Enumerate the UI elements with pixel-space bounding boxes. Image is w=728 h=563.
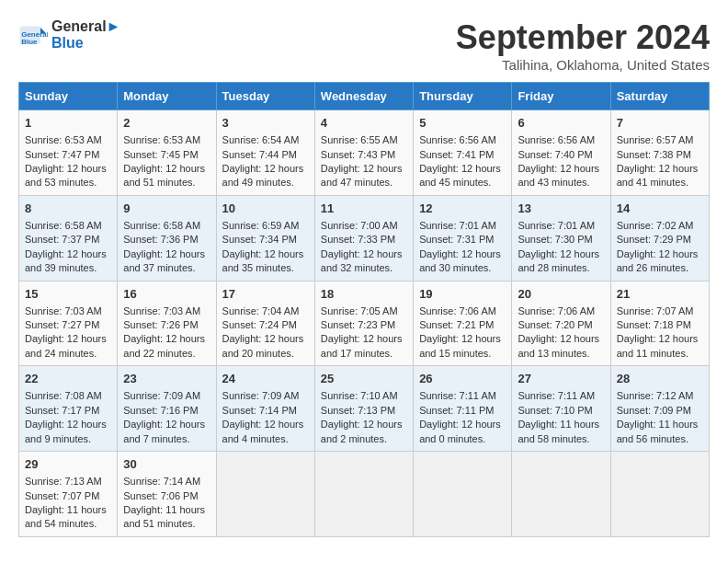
day-info-line: Sunset: 7:23 PM [321,318,407,332]
calendar-cell: 4Sunrise: 6:55 AMSunset: 7:43 PMDaylight… [314,110,413,196]
day-info-line: and 32 minutes. [321,261,407,275]
day-info-line: Sunset: 7:09 PM [617,404,703,418]
day-info-line: Sunset: 7:43 PM [321,148,407,162]
calendar-cell [610,452,709,537]
day-info-line: Daylight: 12 hours [222,418,309,431]
day-info-line: Sunset: 7:27 PM [25,318,111,332]
title-block: September 2024 Talihina, Oklahoma, Unite… [456,18,710,73]
day-info-line: Daylight: 12 hours [518,332,604,346]
calendar-cell: 6Sunrise: 6:56 AMSunset: 7:40 PMDaylight… [512,110,610,196]
day-number: 4 [321,115,407,132]
day-info-line: Sunrise: 7:04 AM [222,304,309,318]
day-info-line: and 26 minutes. [617,261,703,275]
day-number: 9 [123,201,210,217]
day-info-line: Sunset: 7:38 PM [617,148,703,162]
day-info-line: and 51 minutes. [123,176,210,190]
calendar-cell: 7Sunrise: 6:57 AMSunset: 7:38 PMDaylight… [610,110,709,196]
calendar-cell: 29Sunrise: 7:13 AMSunset: 7:07 PMDayligh… [19,452,118,537]
calendar-cell: 15Sunrise: 7:03 AMSunset: 7:27 PMDayligh… [19,281,118,366]
calendar-cell: 13Sunrise: 7:01 AMSunset: 7:30 PMDayligh… [512,195,610,281]
day-number: 29 [25,456,111,473]
day-number: 16 [123,286,210,303]
day-info-line: Daylight: 11 hours [123,503,210,517]
day-info-line: and 15 minutes. [419,347,506,361]
day-info-line: Sunrise: 7:06 AM [419,304,506,318]
day-info-line: Daylight: 12 hours [25,332,111,346]
calendar-cell [512,452,610,537]
day-info-line: and 54 minutes. [25,517,111,531]
calendar-table: SundayMondayTuesdayWednesdayThursdayFrid… [18,82,710,537]
day-info-line: Sunrise: 6:53 AM [25,133,111,147]
day-info-line: and 28 minutes. [518,261,604,275]
day-info-line: Daylight: 11 hours [617,418,703,431]
day-info-line: Daylight: 11 hours [25,503,111,517]
day-info-line: Sunset: 7:13 PM [321,404,407,418]
calendar-cell: 30Sunrise: 7:14 AMSunset: 7:06 PMDayligh… [118,452,216,537]
day-info-line: Sunset: 7:26 PM [123,318,210,332]
calendar-week-row: 15Sunrise: 7:03 AMSunset: 7:27 PMDayligh… [19,281,710,366]
day-info-line: Sunset: 7:11 PM [419,404,506,418]
day-number: 8 [25,201,111,217]
day-info-line: and 51 minutes. [123,517,210,531]
calendar-cell: 22Sunrise: 7:08 AMSunset: 7:17 PMDayligh… [19,366,118,452]
calendar-cell [414,452,512,537]
day-info-line: Daylight: 12 hours [123,247,210,261]
day-info-line: Daylight: 12 hours [123,418,210,431]
day-info-line: Sunset: 7:29 PM [617,233,703,247]
day-info-line: Sunrise: 7:06 AM [518,304,604,318]
calendar-body: 1Sunrise: 6:53 AMSunset: 7:47 PMDaylight… [19,110,710,537]
day-number: 19 [419,286,506,303]
day-info-line: Sunset: 7:31 PM [419,233,506,247]
day-number: 30 [123,456,210,473]
svg-text:Blue: Blue [21,37,38,45]
day-number: 21 [617,286,703,303]
day-info-line: and 45 minutes. [419,176,506,190]
day-info-line: Daylight: 12 hours [321,332,407,346]
calendar-cell: 21Sunrise: 7:07 AMSunset: 7:18 PMDayligh… [610,281,709,366]
calendar-cell: 18Sunrise: 7:05 AMSunset: 7:23 PMDayligh… [314,281,413,366]
day-info-line: Daylight: 12 hours [25,162,111,176]
calendar-cell [314,452,413,537]
calendar-cell: 1Sunrise: 6:53 AMSunset: 7:47 PMDaylight… [19,110,118,196]
calendar-cell: 23Sunrise: 7:09 AMSunset: 7:16 PMDayligh… [118,366,216,452]
day-info-line: Daylight: 12 hours [321,247,407,261]
day-number: 26 [419,371,506,387]
day-info-line: and 35 minutes. [222,261,309,275]
day-info-line: Sunset: 7:14 PM [222,404,309,418]
day-number: 2 [123,115,210,132]
day-info-line: Sunrise: 6:57 AM [617,133,703,147]
day-info-line: Sunset: 7:18 PM [617,318,703,332]
calendar-cell: 5Sunrise: 6:56 AMSunset: 7:41 PMDaylight… [414,110,512,196]
calendar-week-row: 1Sunrise: 6:53 AMSunset: 7:47 PMDaylight… [19,110,710,196]
calendar-cell: 14Sunrise: 7:02 AMSunset: 7:29 PMDayligh… [610,195,709,281]
day-info-line: Sunrise: 7:07 AM [617,304,703,318]
day-info-line: Sunrise: 7:11 AM [419,389,506,403]
day-info-line: Daylight: 12 hours [222,332,309,346]
day-info-line: Sunset: 7:17 PM [25,404,111,418]
day-info-line: and 11 minutes. [617,347,703,361]
day-info-line: Sunrise: 7:09 AM [123,389,210,403]
header-day-sunday: Sunday [19,83,118,110]
day-number: 24 [222,371,309,387]
calendar-cell: 16Sunrise: 7:03 AMSunset: 7:26 PMDayligh… [118,281,216,366]
header-day-friday: Friday [512,83,610,110]
day-number: 17 [222,286,309,303]
page-header: General Blue General► Blue September 202… [18,18,710,73]
day-info-line: Sunrise: 7:09 AM [222,389,309,403]
location: Talihina, Oklahoma, United States [456,57,710,73]
day-info-line: Sunset: 7:40 PM [518,148,604,162]
day-info-line: Sunrise: 6:55 AM [321,133,407,147]
day-info-line: Sunrise: 7:03 AM [123,304,210,318]
header-day-thursday: Thursday [414,83,512,110]
calendar-week-row: 22Sunrise: 7:08 AMSunset: 7:17 PMDayligh… [19,366,710,452]
day-info-line: Sunrise: 6:56 AM [518,133,604,147]
day-info-line: Sunrise: 7:10 AM [321,389,407,403]
day-info-line: and 56 minutes. [617,432,703,446]
day-info-line: Sunrise: 6:58 AM [25,219,111,233]
day-number: 23 [123,371,210,387]
header-day-saturday: Saturday [610,83,709,110]
day-number: 25 [321,371,407,387]
header-day-tuesday: Tuesday [216,83,314,110]
day-info-line: and 43 minutes. [518,176,604,190]
day-info-line: Sunrise: 7:12 AM [617,389,703,403]
